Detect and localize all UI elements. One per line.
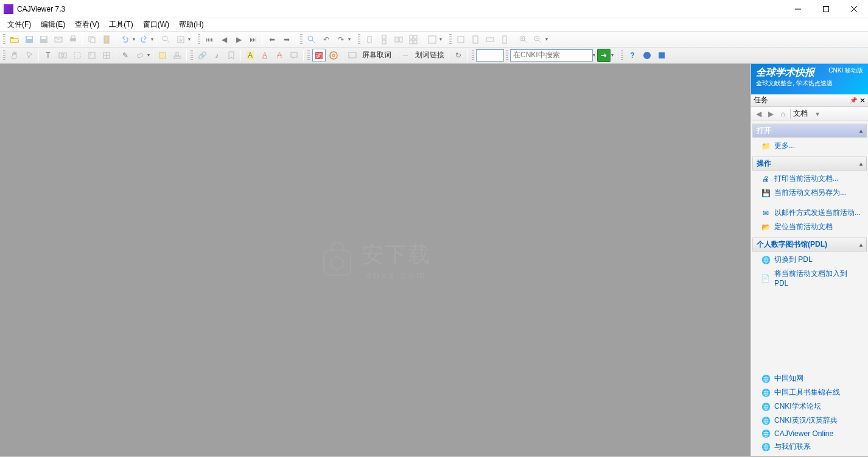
tab-document[interactable]: 文档 xyxy=(793,108,808,119)
sound-button[interactable]: ♪ xyxy=(210,49,223,62)
toolbar-grip[interactable] xyxy=(3,50,5,61)
pin-icon[interactable]: 📌 xyxy=(850,97,857,104)
help-button[interactable]: ? xyxy=(626,49,639,62)
import-button[interactable] xyxy=(174,33,187,46)
print-button[interactable] xyxy=(66,33,80,46)
rotate-right-button[interactable]: ↷ xyxy=(334,33,348,46)
open-button[interactable] xyxy=(8,33,21,46)
find-button[interactable] xyxy=(159,33,173,46)
menu-help[interactable]: 帮助(H) xyxy=(174,18,209,31)
zoom-button[interactable] xyxy=(305,33,318,46)
link-contact[interactable]: 🌐与我们联系 xyxy=(752,440,867,454)
hand-tool-button[interactable] xyxy=(8,49,21,62)
eraser-button[interactable] xyxy=(133,49,147,62)
single-page-button[interactable] xyxy=(363,33,376,46)
section-ops[interactable]: 操作▴ xyxy=(752,157,867,171)
continuous-button[interactable] xyxy=(377,33,391,46)
link-dict[interactable]: 🌐CNKI英汉/汉英辞典 xyxy=(752,414,867,428)
menu-edit[interactable]: 编辑(E) xyxy=(36,18,70,31)
highlight-button[interactable]: A xyxy=(243,49,257,62)
back-button[interactable]: ⬅ xyxy=(265,33,279,46)
pen-dropdown[interactable]: ▾ xyxy=(146,52,151,58)
fullscreen-dropdown[interactable]: ▾ xyxy=(438,37,443,42)
close-button[interactable] xyxy=(840,0,868,18)
maximize-button[interactable] xyxy=(812,0,840,18)
facing-button[interactable] xyxy=(392,33,405,46)
text-select-button[interactable]: T xyxy=(41,49,55,62)
search-go-button[interactable]: ➔ xyxy=(597,49,611,62)
fullscreen-button[interactable] xyxy=(425,33,439,46)
link-toolbook[interactable]: 🌐中国工具书集锦在线 xyxy=(752,386,867,400)
actual-size-button[interactable] xyxy=(454,33,467,46)
snapshot-button[interactable] xyxy=(56,49,69,62)
nav-home-icon[interactable]: ⌂ xyxy=(778,109,788,119)
forward-button[interactable]: ➡ xyxy=(280,33,293,46)
fit-page-button[interactable] xyxy=(469,33,482,46)
prev-page-button[interactable]: ◀ xyxy=(217,33,231,46)
menu-view[interactable]: 查看(V) xyxy=(70,18,104,31)
toolbar-grip[interactable] xyxy=(300,34,303,45)
toolbar-grip[interactable] xyxy=(472,50,474,61)
last-page-button[interactable]: ⏭ xyxy=(247,33,260,46)
menu-window[interactable]: 窗口(W) xyxy=(138,18,174,31)
table-select-button[interactable] xyxy=(100,49,113,62)
item-more[interactable]: 📁 更多... xyxy=(752,139,867,153)
facing-cont-button[interactable] xyxy=(407,33,420,46)
fit-width-button[interactable] xyxy=(483,33,497,46)
menu-file[interactable]: 文件(F) xyxy=(2,18,36,31)
search-input[interactable] xyxy=(510,49,593,62)
toolbar-grip[interactable] xyxy=(506,50,508,61)
rotate-left-button[interactable]: ↶ xyxy=(320,33,333,46)
zoom-in-button[interactable] xyxy=(517,33,530,46)
link-online[interactable]: 🌐CAJViewer Online xyxy=(752,428,867,440)
toolbar-grip[interactable] xyxy=(191,50,193,61)
screen-capture-icon[interactable] xyxy=(346,49,359,62)
tab-dropdown[interactable]: ▾ xyxy=(813,109,822,119)
item-print[interactable]: 🖨打印当前活动文档... xyxy=(752,172,867,186)
first-page-button[interactable]: ⏮ xyxy=(203,33,216,46)
toolbar-grip[interactable] xyxy=(358,34,360,45)
search-go-dropdown[interactable]: ▾ xyxy=(610,52,615,58)
redo-button[interactable] xyxy=(137,33,150,46)
item-saveas[interactable]: 💾当前活动文档另存为... xyxy=(752,186,867,200)
sync-button[interactable]: ↻ xyxy=(452,49,465,62)
page-input[interactable] xyxy=(476,49,504,62)
strikeout-button[interactable]: A xyxy=(273,49,286,62)
dict-toggle-button[interactable]: 词 xyxy=(312,49,326,62)
undo-dropdown[interactable]: ▾ xyxy=(131,37,136,42)
mail-button[interactable] xyxy=(52,33,65,46)
select-tool-button[interactable] xyxy=(23,49,36,62)
underline-button[interactable]: A xyxy=(258,49,271,62)
section-open[interactable]: 打开▴ xyxy=(752,124,867,138)
item-locate[interactable]: 📂定位当前活动文档 xyxy=(752,220,867,234)
saveas-button[interactable] xyxy=(37,33,51,46)
link-button[interactable]: 🔗 xyxy=(195,49,209,62)
fit-height-button[interactable] xyxy=(498,33,511,46)
close-panel-icon[interactable]: ✕ xyxy=(859,96,866,105)
annotate-button[interactable] xyxy=(287,49,301,62)
menu-tools[interactable]: 工具(T) xyxy=(104,18,138,31)
nav-back-icon[interactable]: ◀ xyxy=(754,109,763,119)
image-select-button[interactable] xyxy=(85,49,99,62)
ocr-button[interactable] xyxy=(71,49,84,62)
item-pdl-add[interactable]: 📄将当前活动文档加入到 PDL xyxy=(752,267,867,289)
zoom-dropdown[interactable]: ▾ xyxy=(544,37,549,42)
minimize-button[interactable] xyxy=(784,0,812,18)
section-pdl[interactable]: 个人数字图书馆(PDL)▴ xyxy=(752,238,867,252)
paste-button[interactable] xyxy=(100,33,113,46)
search-dropdown[interactable]: ▾ xyxy=(592,52,597,58)
zoom-out-button[interactable] xyxy=(531,33,545,46)
bookmark-button[interactable] xyxy=(225,49,238,62)
note-button[interactable] xyxy=(156,49,169,62)
redo-dropdown[interactable]: ▾ xyxy=(150,37,155,42)
stamp-button[interactable] xyxy=(170,49,184,62)
copy-button[interactable] xyxy=(85,33,99,46)
link-cnki[interactable]: 🌐中国知网 xyxy=(752,372,867,386)
update-button[interactable] xyxy=(655,49,668,62)
toolbar-grip[interactable] xyxy=(449,34,452,45)
save-button[interactable] xyxy=(23,33,36,46)
toolbar-grip[interactable] xyxy=(3,34,5,45)
link-forum[interactable]: 🌐CNKI学术论坛 xyxy=(752,400,867,414)
item-mail[interactable]: ✉以邮件方式发送当前活动... xyxy=(752,206,867,220)
dict-icon[interactable] xyxy=(327,49,340,62)
